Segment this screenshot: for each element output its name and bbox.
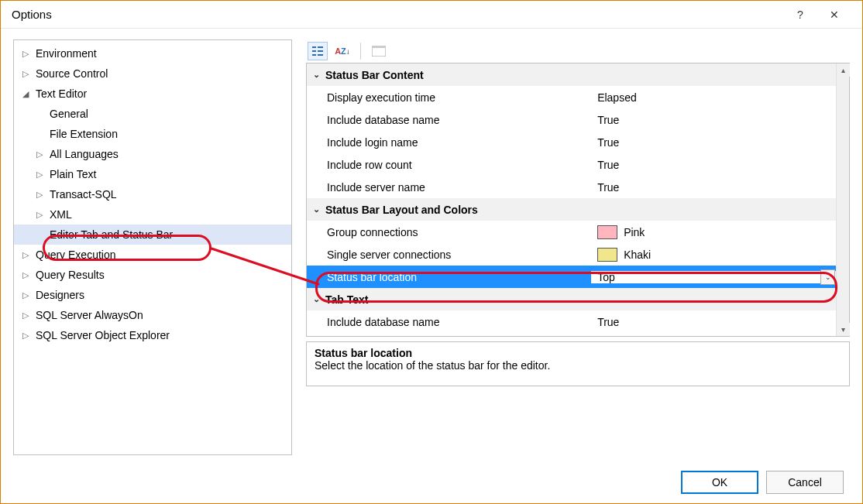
tree-item-editor-tab-status-bar[interactable]: Editor Tab and Status Bar xyxy=(14,225,291,245)
category-tab-text[interactable]: ⌄ Tab Text xyxy=(307,288,849,310)
tree-item-transact-sql[interactable]: ▷Transact-SQL xyxy=(14,184,291,204)
chevron-right-icon: ▷ xyxy=(19,46,33,60)
prop-include-server-name[interactable]: Include server name True xyxy=(307,176,849,198)
titlebar: Options ? ✕ xyxy=(1,1,862,29)
chevron-right-icon: ▷ xyxy=(19,328,33,342)
chevron-right-icon: ▷ xyxy=(19,288,33,302)
prop-single-server-connections[interactable]: Single server connections Khaki xyxy=(307,243,849,266)
svg-rect-5 xyxy=(318,54,323,56)
svg-rect-1 xyxy=(312,50,316,52)
color-swatch-pink xyxy=(597,225,617,239)
chevron-right-icon: ▷ xyxy=(33,147,46,161)
toolbar-separator xyxy=(360,43,361,60)
property-grid[interactable]: ⌄ Status Bar Content Display execution t… xyxy=(306,63,850,337)
dialog-footer: OK Cancel xyxy=(1,461,862,503)
tree-item-query-execution[interactable]: ▷Query Execution xyxy=(14,245,291,265)
chevron-right-icon: ▷ xyxy=(33,187,46,201)
dropdown-button[interactable]: ⌄ xyxy=(820,269,835,285)
prop-tab-include-database-name[interactable]: Include database name True xyxy=(307,310,849,333)
tree-item-sql-object-explorer[interactable]: ▷SQL Server Object Explorer xyxy=(14,325,291,345)
tree-item-environment[interactable]: ▷Environment xyxy=(14,43,291,63)
ok-button[interactable]: OK xyxy=(681,471,758,494)
tree-item-source-control[interactable]: ▷Source Control xyxy=(14,63,291,84)
close-button[interactable]: ✕ xyxy=(817,4,851,26)
tree-item-general[interactable]: General xyxy=(14,104,291,124)
category-status-bar-layout-colors[interactable]: ⌄ Status Bar Layout and Colors xyxy=(307,198,849,221)
property-pages-icon[interactable] xyxy=(369,42,389,60)
vertical-scrollbar[interactable]: ▴ ▾ xyxy=(836,63,849,336)
scroll-down-icon[interactable]: ▾ xyxy=(837,323,850,336)
chevron-right-icon: ▷ xyxy=(33,207,46,221)
options-dialog: Options ? ✕ ▷Environment ▷Source Control… xyxy=(0,0,863,504)
chevron-down-icon: ⌄ xyxy=(307,70,325,80)
prop-include-database-name[interactable]: Include database name True xyxy=(307,108,849,131)
svg-rect-4 xyxy=(318,50,323,52)
tree-item-text-editor[interactable]: ◢Text Editor xyxy=(14,84,291,104)
svg-rect-2 xyxy=(312,54,316,56)
categorized-icon[interactable] xyxy=(308,42,328,60)
svg-rect-3 xyxy=(318,46,323,48)
right-panel: AZ↓ ⌄ Status Bar Content Display executi… xyxy=(306,39,850,455)
category-tree[interactable]: ▷Environment ▷Source Control ◢Text Edito… xyxy=(13,39,292,455)
tree-item-sql-alwayson[interactable]: ▷SQL Server AlwaysOn xyxy=(14,305,291,325)
tree-item-designers[interactable]: ▷Designers xyxy=(14,285,291,305)
content-area: ▷Environment ▷Source Control ◢Text Edito… xyxy=(1,29,862,461)
property-grid-toolbar: AZ↓ xyxy=(306,39,850,63)
category-status-bar-content[interactable]: ⌄ Status Bar Content xyxy=(307,63,849,86)
help-button[interactable]: ? xyxy=(783,4,817,26)
description-title: Status bar location xyxy=(315,347,841,359)
tree-item-plain-text[interactable]: ▷Plain Text xyxy=(14,164,291,184)
color-swatch-khaki xyxy=(597,248,617,262)
description-text: Select the location of the status bar fo… xyxy=(315,359,841,372)
chevron-right-icon: ▷ xyxy=(19,248,33,262)
chevron-right-icon: ▷ xyxy=(33,167,46,181)
svg-rect-7 xyxy=(372,46,386,48)
chevron-right-icon: ▷ xyxy=(19,67,33,81)
tree-item-all-languages[interactable]: ▷All Languages xyxy=(14,144,291,164)
tree-item-file-extension[interactable]: File Extension xyxy=(14,124,291,144)
tree-item-query-results[interactable]: ▷Query Results xyxy=(14,265,291,285)
chevron-right-icon: ▷ xyxy=(19,268,33,282)
scroll-up-icon[interactable]: ▴ xyxy=(837,63,850,77)
chevron-right-icon: ▷ xyxy=(19,308,33,322)
prop-status-bar-location[interactable]: Status bar location Top ⌄ xyxy=(307,266,849,288)
prop-tab-include-file-name[interactable]: Include file name True xyxy=(307,333,849,336)
cancel-button[interactable]: Cancel xyxy=(766,471,844,494)
prop-group-connections[interactable]: Group connections Pink xyxy=(307,221,849,243)
chevron-down-icon: ⌄ xyxy=(307,294,325,304)
prop-include-login-name[interactable]: Include login name True xyxy=(307,131,849,153)
chevron-down-icon: ◢ xyxy=(19,87,33,101)
chevron-down-icon: ⌄ xyxy=(307,204,325,214)
svg-rect-0 xyxy=(312,46,316,48)
window-title: Options xyxy=(12,8,783,21)
description-pane: Status bar location Select the location … xyxy=(306,341,850,386)
prop-include-row-count[interactable]: Include row count True xyxy=(307,153,849,176)
alphabetical-icon[interactable]: AZ↓ xyxy=(332,42,352,60)
tree-item-xml[interactable]: ▷XML xyxy=(14,204,291,225)
prop-display-execution-time[interactable]: Display execution time Elapsed xyxy=(307,86,849,108)
